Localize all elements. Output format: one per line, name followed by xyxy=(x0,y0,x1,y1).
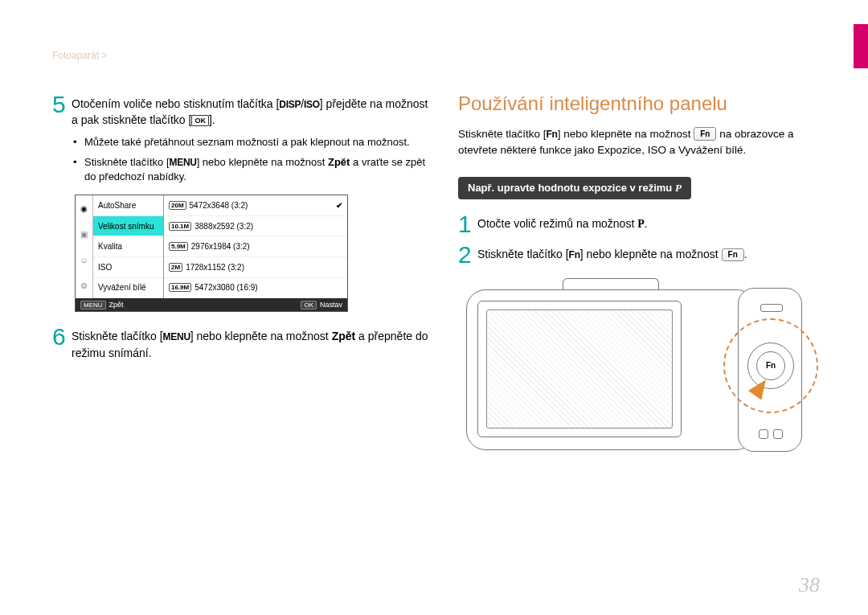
size-tag: 10.1M xyxy=(169,222,191,231)
step-2: 2 Stiskněte tlačítko [Fn] nebo klepněte … xyxy=(458,243,812,267)
intro-text: Stiskněte tlačítko [Fn] nebo klepněte na… xyxy=(458,126,812,159)
menu-option: 5.9M2976x1984 (3:2) xyxy=(164,236,347,257)
text: Stiskněte tlačítko [ xyxy=(72,330,163,342)
p-mode-icon: P xyxy=(675,182,682,194)
menu-option: 2M1728x1152 (3:2) xyxy=(164,257,347,278)
bullet-item: Stiskněte tlačítko [MENU] nebo klepněte … xyxy=(73,155,428,186)
section-heading: Používání inteligentního panelu xyxy=(458,92,812,115)
text: Stiskněte tlačítko [ xyxy=(477,248,569,260)
step-text: Stiskněte tlačítko [Fn] nebo klepněte na… xyxy=(477,243,747,267)
text: Otočením voliče nebo stisknutím tlačítka… xyxy=(72,97,279,110)
tab-icon: ▣ xyxy=(76,221,92,247)
step-text: Otočením voliče nebo stisknutím tlačítka… xyxy=(72,92,428,129)
menu-item: Vyvážení bílé xyxy=(93,278,163,299)
text: Stiskněte tlačítko [ xyxy=(84,156,170,168)
step-5: 5 Otočením voliče nebo stisknutím tlačít… xyxy=(52,92,428,129)
text: . xyxy=(645,217,648,230)
check-icon: ✔ xyxy=(336,201,342,210)
camera-tab-icon: ◉ xyxy=(76,195,92,221)
iso-key-icon: ISO xyxy=(304,98,320,112)
menu-item: ISO xyxy=(93,257,163,278)
text: ]. xyxy=(209,113,215,126)
menu-option: 20M5472x3648 (3:2)✔ xyxy=(164,195,347,216)
camera-menu-screenshot: ◉ ▣ ☺ ⚙ AutoShare Velikost snímku Kvalit… xyxy=(75,195,348,312)
option-label: 2976x1984 (3:2) xyxy=(191,242,250,251)
option-label: 3888x2592 (3:2) xyxy=(194,222,253,231)
size-tag: 2M xyxy=(169,263,182,272)
text: ] nebo klepněte na možnost xyxy=(197,156,328,168)
size-tag: 5.9M xyxy=(169,242,188,251)
camera-illustration: Fn xyxy=(466,273,796,458)
text: . xyxy=(744,248,747,260)
footer-label: Nastav xyxy=(320,301,342,309)
text: Otočte volič režimů na možnost xyxy=(477,217,637,230)
menu-key-icon: MENU xyxy=(163,330,190,344)
p-mode-icon: P xyxy=(637,218,645,230)
menu-item-selected: Velikost snímku xyxy=(93,216,163,237)
option-label: 5472x3648 (3:2) xyxy=(190,201,248,210)
menu-item: Kvalita xyxy=(93,236,163,257)
text: Stiskněte tlačítko [ xyxy=(458,128,547,140)
tab-icon: ⚙ xyxy=(76,273,92,298)
side-tab xyxy=(854,24,868,68)
size-tag: 20M xyxy=(169,201,186,210)
bullet-item: Můžete také přetáhnout seznam možností a… xyxy=(73,135,428,150)
page-number: 38 xyxy=(799,573,820,597)
menu-tab-icons: ◉ ▣ ☺ ⚙ xyxy=(76,195,93,298)
bold-text: Zpět xyxy=(328,156,350,168)
text: ] nebo klepněte na možnost xyxy=(580,248,722,260)
footer-label: Zpět xyxy=(109,301,124,309)
bullet-list: Můžete také přetáhnout seznam možností a… xyxy=(73,135,428,186)
step-number: 5 xyxy=(52,92,72,129)
example-subheading: Např. upravte hodnotu expozice v režimu … xyxy=(458,177,691,199)
menu-option: 16.9M5472x3080 (16:9) xyxy=(164,278,347,299)
menu-key-icon: MENU xyxy=(170,156,197,170)
right-column: Používání inteligentního panelu Stisknět… xyxy=(458,92,812,458)
menu-options: 20M5472x3648 (3:2)✔ 10.1M3888x2592 (3:2)… xyxy=(164,195,347,298)
text: ] nebo klepněte na možnost xyxy=(190,330,332,342)
breadcrumb: Fotoaparát > xyxy=(52,50,107,61)
menu-option: 10.1M3888x2592 (3:2) xyxy=(164,216,347,237)
menu-footer: MENUZpět OKNastav xyxy=(76,298,347,311)
step-number: 1 xyxy=(458,212,477,236)
left-column: 5 Otočením voliče nebo stisknutím tlačít… xyxy=(52,92,428,367)
fn-key-icon: Fn xyxy=(569,248,580,262)
option-label: 5472x3080 (16:9) xyxy=(194,283,257,292)
menu-item: AutoShare xyxy=(93,195,163,216)
fn-screen-icon: Fn xyxy=(694,127,716,141)
step-1: 1 Otočte volič režimů na možnost P. xyxy=(458,212,812,236)
size-tag: 16.9M xyxy=(169,283,191,292)
text: Např. upravte hodnotu expozice v režimu xyxy=(468,182,675,194)
menu-btn-icon: MENU xyxy=(80,301,106,310)
highlight-circle xyxy=(723,318,818,413)
step-number: 6 xyxy=(52,325,72,361)
step-text: Stiskněte tlačítko [MENU] nebo klepněte … xyxy=(72,325,428,361)
bold-text: Zpět xyxy=(332,330,356,342)
disp-key-icon: DISP xyxy=(279,98,301,112)
fn-key-icon: Fn xyxy=(547,127,558,141)
ok-btn-icon: OK xyxy=(301,301,317,310)
ok-key-icon: OK xyxy=(191,115,209,126)
tab-icon: ☺ xyxy=(76,247,92,273)
fn-screen-icon: Fn xyxy=(722,248,744,262)
step-number: 2 xyxy=(458,243,477,267)
option-label: 1728x1152 (3:2) xyxy=(186,263,244,272)
step-text: Otočte volič režimů na možnost P. xyxy=(477,212,648,236)
step-6: 6 Stiskněte tlačítko [MENU] nebo klepnět… xyxy=(52,325,428,361)
text: ] nebo klepněte na možnost xyxy=(558,128,694,140)
menu-items: AutoShare Velikost snímku Kvalita ISO Vy… xyxy=(93,195,163,298)
